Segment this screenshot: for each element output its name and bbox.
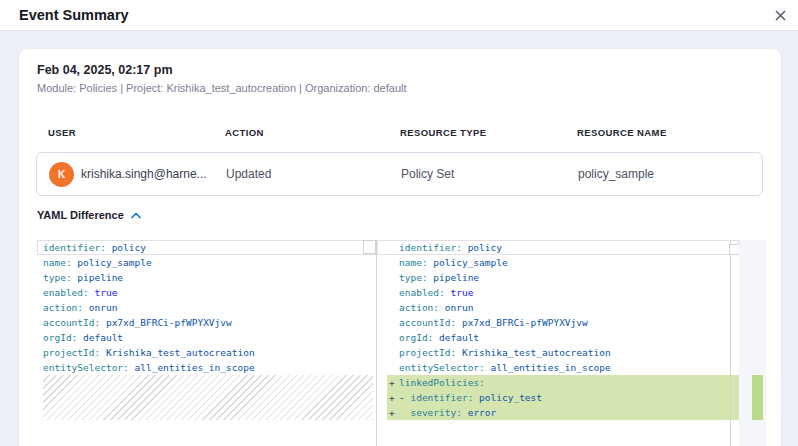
event-card: Feb 04, 2025, 02:17 pm Module: Policies … [19,49,781,446]
diff-added-line: +linkedPolicies: [387,375,739,390]
diff-line: projectId: Krishika_test_autocreation [377,345,739,360]
overview-ruler[interactable] [739,240,766,446]
resource-type-value: Policy Set [401,153,454,195]
diff-line: action: onrun [377,300,739,315]
column-header-user: USER [48,127,76,138]
column-header-resource-type: RESOURCE TYPE [400,127,487,138]
diff-line: accountId: px7xd_BFRCi-pfWPYXVjvw [37,315,377,330]
yaml-diff-editor: identifier: policyname: policy_sampletyp… [37,240,766,446]
yaml-difference-label: YAML Difference [37,209,124,221]
right-editor-border [730,240,731,446]
action-value: Updated [226,153,271,195]
chevron-up-icon [131,212,141,219]
diff-line: orgId: default [377,330,739,345]
diff-line: projectId: Krishika_test_autocreation [37,345,377,360]
close-button[interactable] [770,5,790,25]
event-meta: Module: Policies | Project: Krishika_tes… [37,82,407,94]
diff-line: action: onrun [37,300,377,315]
diff-added-line: +- identifier: policy_test [387,390,739,405]
diff-line: accountId: px7xd_BFRCi-pfWPYXVjvw [377,315,739,330]
diff-line: name: policy_sample [37,255,377,270]
diff-line: type: pipeline [377,270,739,285]
diff-left-code: identifier: policyname: policy_sampletyp… [37,240,377,375]
event-summary-modal: Event Summary Feb 04, 2025, 02:17 pm Mod… [0,0,798,446]
diff-line: type: pipeline [37,270,377,285]
diff-line: entitySelector: all_entities_in_scope [37,360,377,375]
diff-line: orgId: default [37,330,377,345]
diff-right-code: identifier: policyname: policy_sampletyp… [377,240,739,375]
event-timestamp: Feb 04, 2025, 02:17 pm [37,63,173,77]
diff-removed-placeholder [43,375,373,420]
column-header-action: ACTION [225,127,264,138]
modal-header: Event Summary [0,0,798,31]
diff-left-pane[interactable]: identifier: policyname: policy_sampletyp… [37,240,377,446]
diff-line: identifier: policy [377,240,739,255]
diff-added-line: + severity: error [387,405,739,420]
user-email: krishika.singh@harne... [81,153,207,195]
overview-ruler-added-marker [752,375,763,420]
diff-added-block: +linkedPolicies:+- identifier: policy_te… [377,375,739,420]
left-scroll-indicator[interactable] [363,240,376,254]
diff-right-pane[interactable]: identifier: policyname: policy_sampletyp… [377,240,739,446]
resource-name-value: policy_sample [578,153,654,195]
diff-line: enabled: true [37,285,377,300]
modal-title: Event Summary [19,0,129,30]
user-avatar: K [49,162,74,187]
diff-line: name: policy_sample [377,255,739,270]
yaml-difference-toggle[interactable]: YAML Difference [37,209,141,221]
diff-line: identifier: policy [37,240,377,255]
event-table-row[interactable]: K krishika.singh@harne... Updated Policy… [36,152,763,196]
diff-line: enabled: true [377,285,739,300]
column-header-resource-name: RESOURCE NAME [577,127,667,138]
diff-line: entitySelector: all_entities_in_scope [377,360,739,375]
close-icon [775,10,786,21]
